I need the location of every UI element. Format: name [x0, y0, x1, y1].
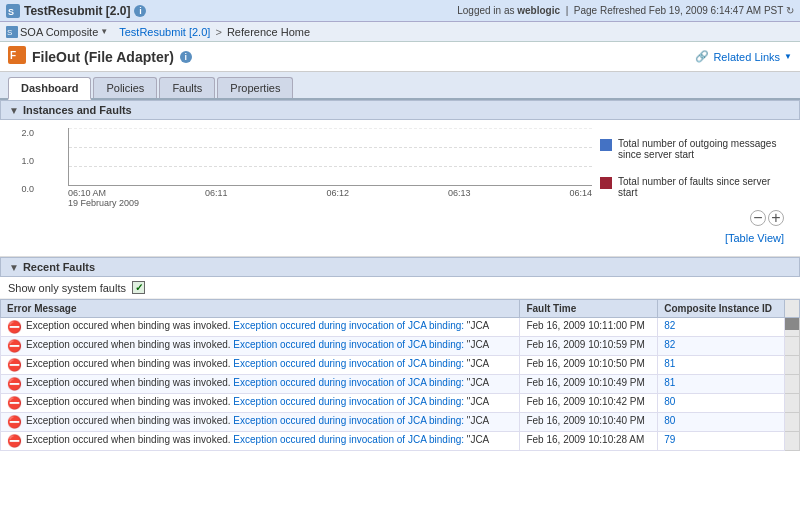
- svg-text:F: F: [10, 50, 16, 61]
- table-view-link[interactable]: [Table View]: [725, 232, 784, 244]
- zoom-out-icon[interactable]: −: [750, 210, 766, 226]
- breadcrumb: TestResubmit [2.0] > Reference Home: [119, 26, 310, 38]
- fault-time: Feb 16, 2009 10:10:42 PM: [520, 394, 658, 413]
- error-text: Exception occured when binding was invok…: [26, 320, 489, 331]
- legend-text-faults: Total number of faults since server star…: [618, 176, 784, 198]
- instance-id-link[interactable]: 79: [664, 434, 675, 445]
- fault-error-message: ⛔Exception occured when binding was invo…: [1, 356, 520, 375]
- table-row: ⛔Exception occured when binding was invo…: [1, 337, 800, 356]
- error-icon: ⛔: [7, 377, 22, 391]
- error-link[interactable]: Exception occured during invocation of J…: [233, 320, 464, 331]
- chart-section: 2.0 1.0 0.0 06:10 AM 06:11 06:12 06:13 0…: [0, 120, 800, 257]
- x-label-0613: 06:13: [448, 188, 471, 198]
- top-bar: S TestResubmit [2.0] i Logged in as webl…: [0, 0, 800, 22]
- chart-x-labels: 06:10 AM 06:11 06:12 06:13 06:14: [38, 186, 592, 198]
- table-row: ⛔Exception occured when binding was invo…: [1, 375, 800, 394]
- error-icon: ⛔: [7, 434, 22, 448]
- x-label-0614: 06:14: [569, 188, 592, 198]
- error-text: Exception occured when binding was invok…: [26, 415, 489, 426]
- fault-error-message: ⛔Exception occured when binding was invo…: [1, 375, 520, 394]
- error-link[interactable]: Exception occured during invocation of J…: [233, 396, 464, 407]
- fault-error-message: ⛔Exception occured when binding was invo…: [1, 337, 520, 356]
- instance-id-link[interactable]: 80: [664, 415, 675, 426]
- scroll-cell: [785, 356, 800, 375]
- instance-id-link[interactable]: 80: [664, 396, 675, 407]
- breadcrumb-area: S SOA Composite ▼ TestResubmit [2.0] > R…: [6, 26, 310, 38]
- instance-id-link[interactable]: 81: [664, 358, 675, 369]
- fault-time: Feb 16, 2009 10:10:28 AM: [520, 432, 658, 451]
- fault-error-message: ⛔Exception occured when binding was invo…: [1, 432, 520, 451]
- breadcrumb-root-link[interactable]: TestResubmit [2.0]: [119, 26, 210, 38]
- app-icon: S: [6, 4, 20, 18]
- instances-faults-toggle[interactable]: ▼: [9, 105, 19, 116]
- error-text: Exception occured when binding was invok…: [26, 377, 489, 388]
- refresh-icon[interactable]: ↻: [786, 5, 794, 16]
- col-instance-id: Composite Instance ID: [658, 300, 785, 318]
- y-label-0: 0.0: [21, 184, 34, 194]
- breadcrumb-current: Reference Home: [227, 26, 310, 38]
- legend-color-outgoing: [600, 139, 612, 151]
- fault-time: Feb 16, 2009 10:10:50 PM: [520, 356, 658, 375]
- scroll-cell: [785, 432, 800, 451]
- zoom-in-icon[interactable]: +: [768, 210, 784, 226]
- faults-table-wrapper: Error Message Fault Time Composite Insta…: [0, 299, 800, 451]
- show-faults-row: Show only system faults ✓: [0, 277, 800, 299]
- fault-time: Feb 16, 2009 10:11:00 PM: [520, 318, 658, 337]
- y-label-2: 2.0: [21, 128, 34, 138]
- error-link[interactable]: Exception occured during invocation of J…: [233, 377, 464, 388]
- instance-id-link[interactable]: 82: [664, 339, 675, 350]
- fault-error-message: ⛔Exception occured when binding was invo…: [1, 394, 520, 413]
- fault-time: Feb 16, 2009 10:10:49 PM: [520, 375, 658, 394]
- table-row: ⛔Exception occured when binding was invo…: [1, 318, 800, 337]
- recent-faults-title: Recent Faults: [23, 261, 95, 273]
- legend-item-faults: Total number of faults since server star…: [600, 176, 784, 198]
- app-title: TestResubmit [2.0]: [24, 4, 130, 18]
- dropdown-arrow-icon: ▼: [100, 27, 108, 36]
- tab-policies[interactable]: Policies: [93, 77, 157, 98]
- recent-faults-toggle[interactable]: ▼: [9, 262, 19, 273]
- table-row: ⛔Exception occured when binding was invo…: [1, 394, 800, 413]
- info-icon[interactable]: i: [134, 5, 146, 17]
- related-links-button[interactable]: 🔗 Related Links ▼: [695, 50, 792, 63]
- show-faults-checkbox[interactable]: ✓: [132, 281, 145, 294]
- page-title-area: F FileOut (File Adapter) i: [8, 46, 192, 67]
- fault-instance-id: 81: [658, 375, 785, 394]
- col-error-message: Error Message: [1, 300, 520, 318]
- table-view-link-area: [Table View]: [8, 228, 792, 248]
- table-row: ⛔Exception occured when binding was invo…: [1, 413, 800, 432]
- tab-dashboard[interactable]: Dashboard: [8, 77, 91, 100]
- title-bar: F FileOut (File Adapter) i 🔗 Related Lin…: [0, 42, 800, 72]
- chart-container: 2.0 1.0 0.0 06:10 AM 06:11 06:12 06:13 0…: [8, 128, 792, 208]
- page-info-icon[interactable]: i: [180, 51, 192, 63]
- legend-item-outgoing: Total number of outgoing messages since …: [600, 138, 784, 160]
- scroll-cell: [785, 337, 800, 356]
- scroll-header: [785, 300, 800, 318]
- tab-properties[interactable]: Properties: [217, 77, 293, 98]
- error-link[interactable]: Exception occured during invocation of J…: [233, 415, 464, 426]
- related-links-arrow-icon: ▼: [784, 52, 792, 61]
- breadcrumb-separator: >: [215, 26, 224, 38]
- error-link[interactable]: Exception occured during invocation of J…: [233, 358, 464, 369]
- error-link[interactable]: Exception occured during invocation of J…: [233, 434, 464, 445]
- scroll-cell: [785, 413, 800, 432]
- error-icon: ⛔: [7, 358, 22, 372]
- fault-instance-id: 80: [658, 394, 785, 413]
- instance-id-link[interactable]: 81: [664, 377, 675, 388]
- x-label-0610: 06:10 AM: [68, 188, 106, 198]
- error-text: Exception occured when binding was invok…: [26, 339, 489, 350]
- svg-text:S: S: [7, 28, 12, 37]
- legend-color-faults: [600, 177, 612, 189]
- error-link[interactable]: Exception occured during invocation of J…: [233, 339, 464, 350]
- fileout-icon: F: [8, 46, 26, 67]
- tab-faults[interactable]: Faults: [159, 77, 215, 98]
- soa-composite-dropdown[interactable]: S SOA Composite ▼: [6, 26, 108, 38]
- fault-time: Feb 16, 2009 10:10:40 PM: [520, 413, 658, 432]
- error-icon: ⛔: [7, 320, 22, 334]
- fault-time: Feb 16, 2009 10:10:59 PM: [520, 337, 658, 356]
- instance-id-link[interactable]: 82: [664, 320, 675, 331]
- error-icon: ⛔: [7, 415, 22, 429]
- error-text: Exception occured when binding was invok…: [26, 434, 489, 445]
- fault-error-message: ⛔Exception occured when binding was invo…: [1, 413, 520, 432]
- second-bar: S SOA Composite ▼ TestResubmit [2.0] > R…: [0, 22, 800, 42]
- error-icon: ⛔: [7, 396, 22, 410]
